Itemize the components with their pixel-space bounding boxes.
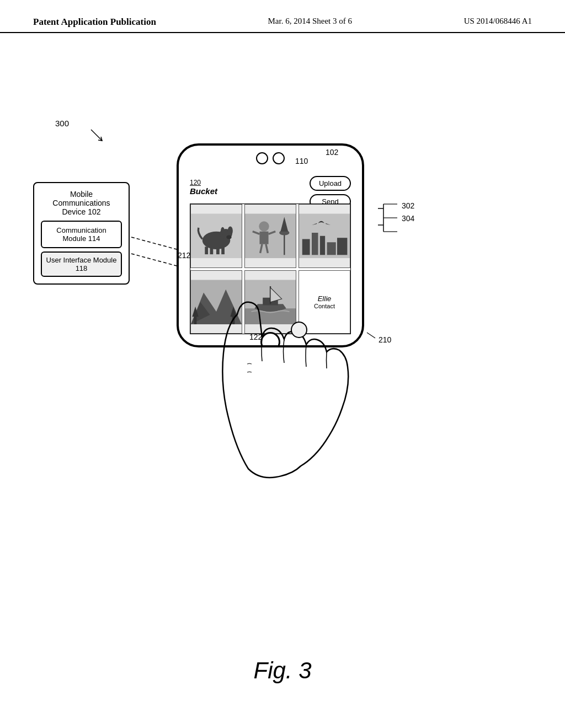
bucket-area: 120 Bucket xyxy=(190,179,217,196)
svg-rect-22 xyxy=(221,247,225,254)
header-left: Patent Application Publication xyxy=(33,17,156,28)
svg-line-0 xyxy=(91,130,102,141)
module-box: Mobile Communications Device 102 Communi… xyxy=(33,182,130,285)
main-content: 300 Mobile Communications Device 102 Com… xyxy=(0,33,565,717)
svg-point-25 xyxy=(259,221,269,231)
photo-cell-person xyxy=(244,204,296,268)
svg-point-18 xyxy=(221,227,225,235)
svg-point-23 xyxy=(226,235,231,239)
bucket-label: Bucket xyxy=(190,186,217,196)
header-right: US 2014/068446 A1 xyxy=(464,17,532,26)
ui-module-box: User Interface Module 118 xyxy=(41,251,122,277)
bucket-ref-label: 120 xyxy=(190,179,217,186)
ref-300-label: 300 xyxy=(55,119,69,128)
svg-point-52 xyxy=(291,322,307,338)
ref-302-label: 302 xyxy=(402,201,414,210)
hand-illustration xyxy=(204,270,392,480)
ui-module-label: User Interface Module 118 xyxy=(45,256,118,272)
ref-212-label: 212 xyxy=(178,251,190,260)
svg-rect-26 xyxy=(259,232,268,244)
sensor-circle-1 xyxy=(256,152,268,164)
svg-rect-24 xyxy=(245,214,296,259)
ref-102-label: 102 xyxy=(326,148,338,157)
ref-110-label: 110 xyxy=(295,157,308,165)
svg-rect-36 xyxy=(312,233,318,255)
header-center: Mar. 6, 2014 Sheet 3 of 6 xyxy=(268,17,352,26)
svg-rect-37 xyxy=(320,236,325,255)
communication-module-label: Communication Module 114 xyxy=(46,226,116,243)
upload-button[interactable]: Upload xyxy=(310,176,351,191)
svg-point-17 xyxy=(228,227,233,235)
svg-rect-38 xyxy=(327,242,336,255)
photo-cell-dog xyxy=(190,204,242,268)
svg-rect-21 xyxy=(216,248,220,255)
svg-rect-35 xyxy=(302,239,310,255)
ref-304-label: 304 xyxy=(402,214,414,223)
module-box-title: Mobile Communications Device 102 xyxy=(41,190,122,216)
photo-cell-city xyxy=(299,204,350,268)
communication-module-box: Communication Module 114 xyxy=(41,221,122,248)
svg-rect-20 xyxy=(210,248,214,255)
svg-rect-19 xyxy=(205,247,208,254)
page-header: Patent Application Publication Mar. 6, 2… xyxy=(0,0,565,33)
figure-label: Fig. 3 xyxy=(253,657,311,684)
svg-rect-39 xyxy=(337,238,347,255)
sensor-circle-2 xyxy=(273,152,285,164)
